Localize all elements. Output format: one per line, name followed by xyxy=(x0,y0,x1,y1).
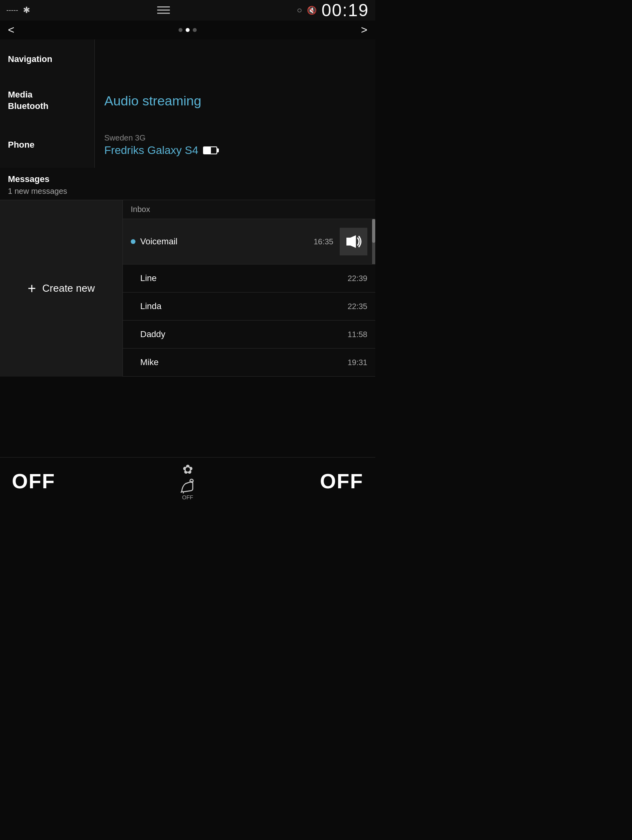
svg-marker-4 xyxy=(350,235,356,248)
nav-row: < > xyxy=(0,21,375,39)
audio-streaming-text: Audio streaming xyxy=(104,93,366,109)
navigation-content xyxy=(95,39,375,79)
bottom-bar: OFF ✿ OFF OFF xyxy=(0,457,375,504)
inbox-name-daddy: Daddy xyxy=(140,329,166,339)
inbox-time-linda: 22:35 xyxy=(348,302,367,311)
messages-section: Messages 1 new messages xyxy=(0,168,375,200)
time-display: 00:19 xyxy=(322,0,369,20)
inbox-item-voicemail[interactable]: Voicemail 16:35 xyxy=(123,219,375,264)
svg-rect-0 xyxy=(157,6,170,8)
inbox-name-line: Line xyxy=(140,273,157,283)
circle-icon: ○ xyxy=(297,5,302,15)
inbox-area: + Create new Inbox Voicemail 16:35 xyxy=(0,200,375,377)
inbox-item-left: Voicemail xyxy=(131,236,314,247)
battery-icon xyxy=(203,146,217,154)
dot-3 xyxy=(193,28,197,32)
messages-title: Messages xyxy=(8,174,367,184)
bluetooth-icon: ✱ xyxy=(23,5,30,15)
status-left: ----- ✱ xyxy=(6,5,30,15)
left-off-label: OFF xyxy=(12,469,55,493)
phone-label: Phone xyxy=(0,122,95,168)
status-center xyxy=(157,4,170,17)
inbox-item-linda[interactable]: Linda 22:35 xyxy=(123,292,375,321)
navigation-section: Navigation xyxy=(0,39,375,79)
create-new-label: Create new xyxy=(42,282,95,295)
media-section: MediaBluetooth Audio streaming xyxy=(0,79,375,122)
next-arrow[interactable]: > xyxy=(361,24,367,36)
messages-count: 1 new messages xyxy=(8,187,367,196)
dot-2 xyxy=(186,28,190,32)
prev-arrow[interactable]: < xyxy=(8,24,14,36)
navigation-label: Navigation xyxy=(0,39,95,79)
plus-icon: + xyxy=(28,280,36,297)
phone-section: Phone Sweden 3G Fredriks Galaxy S4 xyxy=(0,122,375,168)
inbox-time-mike: 19:31 xyxy=(348,358,367,367)
inbox-item-line[interactable]: Line 22:39 xyxy=(123,264,375,292)
status-right: ○ 🔇 00:19 xyxy=(297,0,369,20)
svg-rect-3 xyxy=(346,238,350,246)
play-button-voicemail[interactable] xyxy=(340,228,367,255)
inbox-name-voicemail: Voicemail xyxy=(140,236,177,247)
inbox-name-mike: Mike xyxy=(140,357,158,368)
scrollbar-thumb xyxy=(372,219,375,243)
create-new-button[interactable]: + Create new xyxy=(0,200,122,377)
phone-device: Fredriks Galaxy S4 xyxy=(104,144,366,157)
phone-network: Sweden 3G xyxy=(104,133,366,142)
volume-icon: 🔇 xyxy=(307,6,317,15)
center-off-label: OFF xyxy=(182,494,193,501)
inbox-header: Inbox xyxy=(123,200,375,219)
phone-content: Sweden 3G Fredriks Galaxy S4 xyxy=(95,122,375,168)
inbox-item-left-mike: Mike xyxy=(131,357,348,368)
fan-icon: ✿ xyxy=(182,462,193,477)
inbox-time-daddy: 11:58 xyxy=(348,330,367,339)
dot-1 xyxy=(179,28,182,32)
signal-strength: ----- xyxy=(6,6,18,15)
unread-dot xyxy=(131,239,135,244)
inbox-name-linda: Linda xyxy=(140,301,162,311)
menu-icon xyxy=(157,4,170,17)
inbox-list: Inbox Voicemail 16:35 xyxy=(122,200,375,377)
page-dots xyxy=(179,28,197,32)
right-off-label: OFF xyxy=(320,469,363,493)
media-content[interactable]: Audio streaming xyxy=(95,79,375,122)
svg-rect-2 xyxy=(157,13,170,14)
inbox-item-mike[interactable]: Mike 19:31 xyxy=(123,349,375,377)
inbox-item-left-daddy: Daddy xyxy=(131,329,348,339)
inbox-item-left-linda: Linda xyxy=(131,301,348,311)
status-bar: ----- ✱ ○ 🔇 00:19 xyxy=(0,0,375,21)
inbox-item-left-line: Line xyxy=(131,273,348,283)
inbox-time-line: 22:39 xyxy=(348,274,367,283)
inbox-time-voicemail: 16:35 xyxy=(314,237,333,246)
inbox-item-daddy[interactable]: Daddy 11:58 xyxy=(123,321,375,349)
svg-rect-1 xyxy=(157,9,170,11)
center-controls: ✿ OFF xyxy=(178,462,198,501)
scrollbar xyxy=(372,219,375,264)
speaker-icon xyxy=(346,234,361,249)
svg-point-5 xyxy=(190,479,193,482)
seat-icon xyxy=(178,478,198,493)
media-label: MediaBluetooth xyxy=(0,79,95,122)
battery-fill xyxy=(204,147,211,154)
